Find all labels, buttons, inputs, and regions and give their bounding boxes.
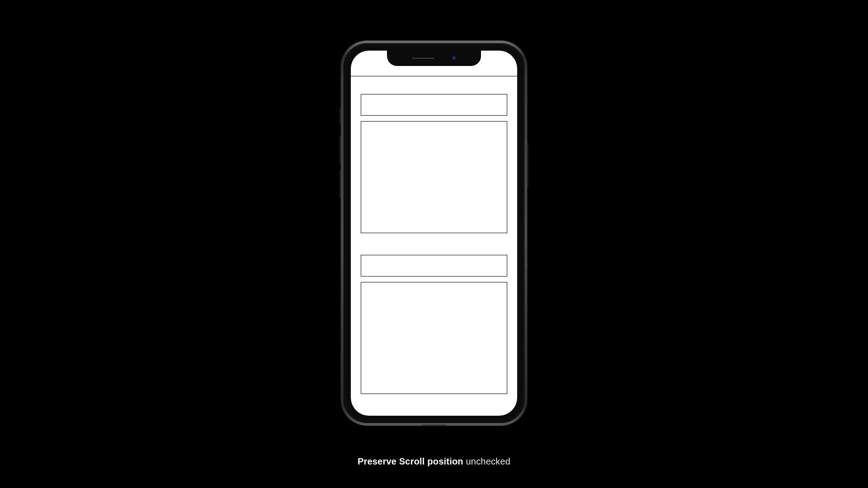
app-wireframe xyxy=(351,51,517,416)
front-camera-icon xyxy=(452,56,457,61)
phone-notch xyxy=(387,51,481,66)
earpiece-speaker-icon xyxy=(411,57,435,60)
stage: Preserve Scroll position unchecked xyxy=(0,0,868,488)
scroll-content[interactable] xyxy=(361,83,507,409)
caption: Preserve Scroll position unchecked xyxy=(0,456,868,467)
card-header-placeholder[interactable] xyxy=(361,255,507,277)
caption-bold: Preserve Scroll position xyxy=(358,456,463,466)
card-body-placeholder[interactable] xyxy=(361,121,507,233)
card-group xyxy=(361,94,507,233)
card-group xyxy=(361,255,507,394)
phone-screen[interactable] xyxy=(351,51,517,416)
nav-bar-divider xyxy=(351,76,517,76)
card-header-placeholder[interactable] xyxy=(361,94,507,116)
bottom-speaker-icon xyxy=(422,425,446,426)
phone-mockup xyxy=(341,41,527,426)
card-body-placeholder[interactable] xyxy=(361,282,507,394)
caption-rest: unchecked xyxy=(463,456,510,466)
